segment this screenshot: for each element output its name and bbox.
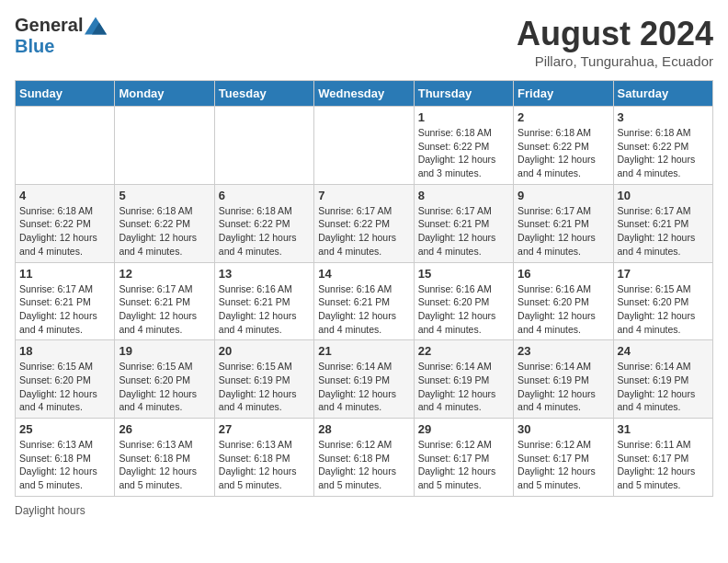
day-info: Sunrise: 6:18 AM Sunset: 6:22 PM Dayligh… xyxy=(19,204,110,259)
day-number: 19 xyxy=(119,344,210,358)
day-info: Sunrise: 6:17 AM Sunset: 6:21 PM Dayligh… xyxy=(19,282,110,337)
day-number: 3 xyxy=(618,110,709,124)
calendar-cell: 5Sunrise: 6:18 AM Sunset: 6:22 PM Daylig… xyxy=(115,184,214,262)
calendar-week-row: 11Sunrise: 6:17 AM Sunset: 6:21 PM Dayli… xyxy=(16,262,713,340)
day-info: Sunrise: 6:14 AM Sunset: 6:19 PM Dayligh… xyxy=(418,360,509,414)
column-header-saturday: Saturday xyxy=(613,81,712,107)
day-number: 21 xyxy=(318,344,409,358)
day-info: Sunrise: 6:16 AM Sunset: 6:20 PM Dayligh… xyxy=(518,282,609,337)
day-info: Sunrise: 6:13 AM Sunset: 6:18 PM Dayligh… xyxy=(219,438,310,492)
day-number: 27 xyxy=(219,422,310,436)
day-info: Sunrise: 6:11 AM Sunset: 6:17 PM Dayligh… xyxy=(618,438,709,492)
day-info: Sunrise: 6:16 AM Sunset: 6:20 PM Dayligh… xyxy=(418,282,509,337)
day-number: 17 xyxy=(618,267,709,281)
calendar-cell xyxy=(314,107,414,185)
day-number: 11 xyxy=(19,267,110,281)
column-header-sunday: Sunday xyxy=(16,81,115,107)
calendar-cell: 16Sunrise: 6:16 AM Sunset: 6:20 PM Dayli… xyxy=(514,262,613,340)
calendar-cell: 17Sunrise: 6:15 AM Sunset: 6:20 PM Dayli… xyxy=(613,262,712,340)
title-area: August 2024 Pillaro, Tungurahua, Ecuador xyxy=(517,15,713,69)
calendar-cell: 27Sunrise: 6:13 AM Sunset: 6:18 PM Dayli… xyxy=(214,419,313,497)
day-info: Sunrise: 6:15 AM Sunset: 6:19 PM Dayligh… xyxy=(219,360,310,414)
day-info: Sunrise: 6:15 AM Sunset: 6:20 PM Dayligh… xyxy=(618,282,709,337)
day-info: Sunrise: 6:18 AM Sunset: 6:22 PM Dayligh… xyxy=(518,126,609,180)
day-info: Sunrise: 6:12 AM Sunset: 6:18 PM Dayligh… xyxy=(318,438,409,492)
calendar-cell: 8Sunrise: 6:17 AM Sunset: 6:21 PM Daylig… xyxy=(414,184,513,262)
day-number: 24 xyxy=(618,344,709,358)
day-info: Sunrise: 6:15 AM Sunset: 6:20 PM Dayligh… xyxy=(119,360,210,414)
calendar-cell: 22Sunrise: 6:14 AM Sunset: 6:19 PM Dayli… xyxy=(414,340,513,419)
day-info: Sunrise: 6:14 AM Sunset: 6:19 PM Dayligh… xyxy=(618,360,709,414)
day-number: 9 xyxy=(518,189,609,202)
day-info: Sunrise: 6:16 AM Sunset: 6:21 PM Dayligh… xyxy=(318,282,409,337)
calendar-header-row: SundayMondayTuesdayWednesdayThursdayFrid… xyxy=(16,81,713,107)
day-number: 30 xyxy=(518,422,609,436)
day-number: 26 xyxy=(119,422,210,436)
calendar-cell: 6Sunrise: 6:18 AM Sunset: 6:22 PM Daylig… xyxy=(214,184,313,262)
calendar-cell: 11Sunrise: 6:17 AM Sunset: 6:21 PM Dayli… xyxy=(16,262,115,340)
calendar-cell: 24Sunrise: 6:14 AM Sunset: 6:19 PM Dayli… xyxy=(613,340,712,419)
day-number: 7 xyxy=(318,189,409,202)
logo-icon xyxy=(85,17,107,35)
column-header-wednesday: Wednesday xyxy=(314,81,414,107)
calendar-cell: 15Sunrise: 6:16 AM Sunset: 6:20 PM Dayli… xyxy=(414,262,513,340)
calendar-cell: 3Sunrise: 6:18 AM Sunset: 6:22 PM Daylig… xyxy=(613,107,712,185)
column-header-friday: Friday xyxy=(514,81,613,107)
day-info: Sunrise: 6:18 AM Sunset: 6:22 PM Dayligh… xyxy=(418,126,509,180)
day-info: Sunrise: 6:12 AM Sunset: 6:17 PM Dayligh… xyxy=(418,438,509,492)
calendar-cell: 2Sunrise: 6:18 AM Sunset: 6:22 PM Daylig… xyxy=(514,107,613,185)
day-number: 10 xyxy=(618,189,709,202)
column-header-thursday: Thursday xyxy=(414,81,513,107)
day-number: 20 xyxy=(219,344,310,358)
day-info: Sunrise: 6:15 AM Sunset: 6:20 PM Dayligh… xyxy=(19,360,110,414)
day-info: Sunrise: 6:12 AM Sunset: 6:17 PM Dayligh… xyxy=(518,438,609,492)
calendar-cell: 12Sunrise: 6:17 AM Sunset: 6:21 PM Dayli… xyxy=(115,262,214,340)
day-info: Sunrise: 6:18 AM Sunset: 6:22 PM Dayligh… xyxy=(119,204,210,259)
calendar-table: SundayMondayTuesdayWednesdayThursdayFrid… xyxy=(15,80,713,497)
day-info: Sunrise: 6:14 AM Sunset: 6:19 PM Dayligh… xyxy=(318,360,409,414)
day-number: 29 xyxy=(418,422,509,436)
calendar-cell: 7Sunrise: 6:17 AM Sunset: 6:22 PM Daylig… xyxy=(314,184,414,262)
calendar-cell: 28Sunrise: 6:12 AM Sunset: 6:18 PM Dayli… xyxy=(314,419,414,497)
day-info: Sunrise: 6:13 AM Sunset: 6:18 PM Dayligh… xyxy=(119,438,210,492)
calendar-cell: 13Sunrise: 6:16 AM Sunset: 6:21 PM Dayli… xyxy=(214,262,313,340)
column-header-tuesday: Tuesday xyxy=(214,81,313,107)
day-number: 25 xyxy=(19,422,110,436)
day-number: 2 xyxy=(518,110,609,124)
calendar-cell xyxy=(214,107,313,185)
calendar-week-row: 4Sunrise: 6:18 AM Sunset: 6:22 PM Daylig… xyxy=(16,184,713,262)
day-number: 4 xyxy=(19,189,110,202)
calendar-week-row: 18Sunrise: 6:15 AM Sunset: 6:20 PM Dayli… xyxy=(16,340,713,419)
day-number: 16 xyxy=(518,267,609,281)
day-number: 22 xyxy=(418,344,509,358)
calendar-cell: 19Sunrise: 6:15 AM Sunset: 6:20 PM Dayli… xyxy=(115,340,214,419)
calendar-cell: 4Sunrise: 6:18 AM Sunset: 6:22 PM Daylig… xyxy=(16,184,115,262)
day-info: Sunrise: 6:13 AM Sunset: 6:18 PM Dayligh… xyxy=(19,438,110,492)
calendar-cell: 18Sunrise: 6:15 AM Sunset: 6:20 PM Dayli… xyxy=(16,340,115,419)
day-number: 6 xyxy=(219,189,310,202)
day-info: Sunrise: 6:17 AM Sunset: 6:21 PM Dayligh… xyxy=(418,204,509,259)
day-number: 14 xyxy=(318,267,409,281)
day-info: Sunrise: 6:18 AM Sunset: 6:22 PM Dayligh… xyxy=(219,204,310,259)
calendar-week-row: 1Sunrise: 6:18 AM Sunset: 6:22 PM Daylig… xyxy=(16,107,713,185)
day-number: 23 xyxy=(518,344,609,358)
day-number: 12 xyxy=(119,267,210,281)
calendar-cell: 23Sunrise: 6:14 AM Sunset: 6:19 PM Dayli… xyxy=(514,340,613,419)
day-info: Sunrise: 6:14 AM Sunset: 6:19 PM Dayligh… xyxy=(518,360,609,414)
day-number: 18 xyxy=(19,344,110,358)
daylight-hours-label: Daylight hours xyxy=(15,504,85,517)
calendar-cell xyxy=(16,107,115,185)
day-number: 31 xyxy=(618,422,709,436)
logo: General Blue xyxy=(15,15,107,57)
footer-note: Daylight hours xyxy=(15,504,713,517)
calendar-cell: 1Sunrise: 6:18 AM Sunset: 6:22 PM Daylig… xyxy=(414,107,513,185)
calendar-cell: 30Sunrise: 6:12 AM Sunset: 6:17 PM Dayli… xyxy=(514,419,613,497)
logo-blue-text: Blue xyxy=(15,36,54,57)
calendar-cell xyxy=(115,107,214,185)
day-info: Sunrise: 6:17 AM Sunset: 6:21 PM Dayligh… xyxy=(119,282,210,337)
day-info: Sunrise: 6:17 AM Sunset: 6:21 PM Dayligh… xyxy=(618,204,709,259)
logo-general-text: General xyxy=(15,15,83,36)
calendar-week-row: 25Sunrise: 6:13 AM Sunset: 6:18 PM Dayli… xyxy=(16,419,713,497)
header-area: General Blue August 2024 Pillaro, Tungur… xyxy=(15,15,713,69)
calendar-cell: 14Sunrise: 6:16 AM Sunset: 6:21 PM Dayli… xyxy=(314,262,414,340)
